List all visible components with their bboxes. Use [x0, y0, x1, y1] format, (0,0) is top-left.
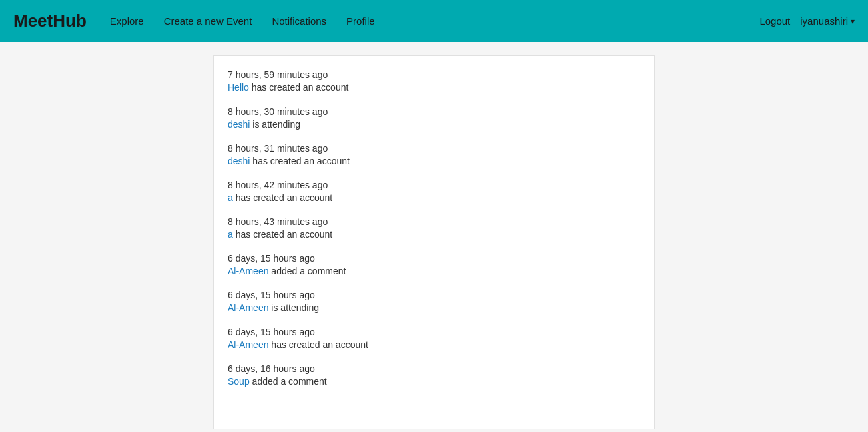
user-link[interactable]: deshi — [228, 156, 250, 166]
notification-time: 6 days, 16 hours ago — [228, 363, 640, 374]
main-content: 7 hours, 59 minutes agoHello has created… — [0, 42, 868, 432]
notification-text: Hello has created an account — [228, 82, 640, 93]
notification-action: has created an account — [233, 192, 332, 203]
nav-item-create-event[interactable]: Create a new Event — [154, 0, 262, 42]
notification-text: a has created an account — [228, 192, 640, 203]
notification-time: 7 hours, 59 minutes ago — [228, 69, 640, 80]
notification-time: 8 hours, 42 minutes ago — [228, 180, 640, 190]
notification-time: 6 days, 15 hours ago — [228, 290, 640, 300]
list-item: 7 hours, 59 minutes agoHello has created… — [214, 63, 654, 99]
username-label: iyanuashiri — [800, 15, 848, 27]
notification-text: Soup added a comment — [228, 376, 640, 387]
notification-time: 8 hours, 43 minutes ago — [228, 216, 640, 227]
user-link[interactable]: a — [228, 192, 233, 203]
notification-text: a has created an account — [228, 229, 640, 240]
nav-link-profile[interactable]: Profile — [336, 0, 385, 42]
list-item: 8 hours, 42 minutes agoa has created an … — [214, 173, 654, 210]
nav-item-profile[interactable]: Profile — [336, 0, 385, 42]
nav-link-create-event[interactable]: Create a new Event — [154, 0, 262, 42]
nav-link-notifications[interactable]: Notifications — [262, 0, 336, 42]
user-link[interactable]: Al-Ameen — [228, 266, 268, 276]
notification-text: deshi has created an account — [228, 156, 640, 166]
notification-action: is attending — [250, 119, 300, 130]
logout-link[interactable]: Logout — [759, 15, 790, 27]
nav-item-notifications[interactable]: Notifications — [262, 0, 336, 42]
user-dropdown[interactable]: iyanuashiri ▾ — [800, 15, 855, 27]
notification-time: 8 hours, 30 minutes ago — [228, 106, 640, 117]
notifications-container: 7 hours, 59 minutes agoHello has created… — [213, 55, 655, 429]
chevron-down-icon: ▾ — [851, 17, 855, 26]
notification-action: has created an account — [249, 82, 348, 93]
list-item: 8 hours, 30 minutes agodeshi is attendin… — [214, 99, 654, 136]
user-link[interactable]: deshi — [228, 119, 250, 130]
user-link[interactable]: Al-Ameen — [228, 302, 268, 313]
brand-logo[interactable]: MeetHub — [13, 11, 87, 31]
notification-action: has created an account — [250, 156, 349, 166]
notification-text: deshi is attending — [228, 119, 640, 130]
list-item: 6 days, 16 hours agoSoup added a comment — [214, 357, 654, 393]
list-item: 6 days, 15 hours agoAl-Ameen has created… — [214, 320, 654, 357]
user-link[interactable]: Soup — [228, 376, 250, 387]
navbar: MeetHub Explore Create a new Event Notif… — [0, 0, 868, 42]
notification-action: is attending — [268, 302, 319, 313]
notification-text: Al-Ameen has created an account — [228, 339, 640, 350]
notification-time: 6 days, 15 hours ago — [228, 327, 640, 337]
list-item: 8 hours, 43 minutes agoa has created an … — [214, 210, 654, 246]
list-item: 6 days, 15 hours agoAl-Ameen added a com… — [214, 246, 654, 283]
user-link[interactable]: a — [228, 229, 233, 240]
notification-action: has created an account — [268, 339, 368, 350]
navbar-right: Logout iyanuashiri ▾ — [759, 15, 855, 27]
user-link[interactable]: Al-Ameen — [228, 339, 268, 350]
nav-item-explore[interactable]: Explore — [100, 0, 154, 42]
list-item: 8 hours, 31 minutes agodeshi has created… — [214, 136, 654, 173]
notification-action: added a comment — [268, 266, 346, 276]
notification-time: 6 days, 15 hours ago — [228, 253, 640, 264]
notification-text: Al-Ameen is attending — [228, 302, 640, 313]
notification-text: Al-Ameen added a comment — [228, 266, 640, 276]
nav-link-explore[interactable]: Explore — [100, 0, 154, 42]
notification-action: has created an account — [233, 229, 332, 240]
notification-action: added a comment — [250, 376, 327, 387]
nav-links: Explore Create a new Event Notifications… — [100, 0, 385, 42]
notification-time: 8 hours, 31 minutes ago — [228, 143, 640, 154]
user-link[interactable]: Hello — [228, 82, 249, 93]
list-item: 6 days, 15 hours agoAl-Ameen is attendin… — [214, 283, 654, 320]
